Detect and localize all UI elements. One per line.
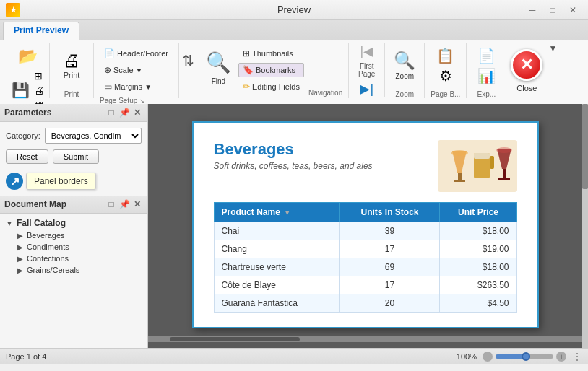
main-area: Parameters □ 📌 ✕ Category: Beverages, Co… <box>0 104 588 348</box>
svg-rect-9 <box>503 169 506 178</box>
editing-fields-icon: ✏ <box>243 82 250 92</box>
svg-point-11 <box>496 147 512 153</box>
print-label: Print <box>64 71 80 79</box>
document-map-header: Document Map □ 📌 ✕ <box>0 196 147 214</box>
category-select[interactable]: Beverages, Condim <box>45 128 142 144</box>
parameters-panel-header: Parameters □ 📌 ✕ <box>0 104 147 122</box>
tree-child-condiments[interactable]: ▶ Condiments <box>14 241 147 253</box>
ribbon-group-exp: 📄 📊 Exp... <box>467 43 506 98</box>
units-stock-3: 69 <box>340 258 440 276</box>
close-button[interactable]: ✕ <box>511 49 542 81</box>
zoom-slider-thumb <box>522 352 530 361</box>
window-title: Preview <box>277 4 311 15</box>
zoom-slider[interactable] <box>496 354 553 359</box>
unit-price-4: $263.50 <box>440 276 516 294</box>
preview-page: Beverages Soft drinks, coffees, teas, be… <box>192 121 539 328</box>
parameter-buttons: Reset Submit <box>6 149 142 164</box>
find-icon[interactable]: 🔍 <box>203 48 234 77</box>
vertical-scrollbar[interactable] <box>582 104 588 348</box>
table-row: Guaraná Fantástica 20 $4.50 <box>214 294 516 313</box>
table-row: Chartreuse verte 69 $18.00 <box>214 258 516 276</box>
product-name-5: Guaraná Fantástica <box>214 294 340 313</box>
page-subtitle: Soft drinks, coffees, teas, beers, and a… <box>214 161 373 171</box>
submit-button[interactable]: Submit <box>53 149 99 164</box>
bookmarks-button[interactable]: 🔖 Bookmarks <box>238 63 304 77</box>
table-row: Chai 39 $18.00 <box>214 222 516 240</box>
tree-child-grains[interactable]: ▶ Grains/Cereals <box>14 264 147 276</box>
doc-map-pin-button[interactable]: □ <box>105 198 117 210</box>
ribbon-content: 📂 💾 ⊞ 🖨 ▦ Doc... 🖨 Print Print 📄 <box>0 40 588 104</box>
small-icon-2[interactable]: 🖨 <box>33 84 45 97</box>
open-icon[interactable]: 📂 <box>16 45 40 68</box>
page-b-icon2[interactable]: ⚙ <box>439 67 452 84</box>
tab-print-preview[interactable]: Print Preview <box>3 22 79 40</box>
svg-rect-3 <box>454 180 465 182</box>
tree-child-beverages[interactable]: ▶ Beverages <box>14 230 147 241</box>
status-menu-icon[interactable]: ⋮ <box>572 351 582 362</box>
ribbon-group-print: 🖨 Print Print <box>50 43 94 98</box>
first-page-group: |◀ First Page ▶| <box>349 43 385 97</box>
parameters-panel-buttons: □ 📌 ✕ <box>105 107 143 118</box>
thumbnails-button[interactable]: ⊞ Thumbnails <box>238 46 304 61</box>
parameters-dock-button[interactable]: 📌 <box>118 107 130 118</box>
next-page-right-icon[interactable]: ▶| <box>360 81 373 97</box>
preview-area: Beverages Soft drinks, coffees, teas, be… <box>148 104 588 348</box>
status-bar: Page 1 of 4 100% − + ⋮ <box>0 348 588 364</box>
exp-icon1[interactable]: 📄 <box>477 47 496 64</box>
status-right: 100% − + ⋮ <box>457 351 582 362</box>
print-button[interactable]: 🖨 Print <box>56 48 87 83</box>
find-label: Find <box>212 77 225 85</box>
ribbon-group-doc: 📂 💾 ⊞ 🖨 ▦ Doc... <box>6 43 50 98</box>
document-map-title: Document Map <box>4 199 66 209</box>
parameters-pin-button[interactable]: □ <box>105 107 117 118</box>
exp-icon2[interactable]: 📊 <box>477 67 496 84</box>
page-b-group-label: Page B... <box>431 87 460 98</box>
page-header-text: Beverages Soft drinks, coffees, teas, be… <box>214 140 373 171</box>
data-table: Product Name ▼ Units In Stock Unit Price… <box>214 202 517 313</box>
ribbon-group-navigation: 🔍 Find ⊞ Thumbnails 🔖 Bookmarks ✏ Editin… <box>197 43 349 98</box>
table-body: Chai 39 $18.00 Chang 17 $19.00 Chartreus… <box>214 222 516 313</box>
margins-button[interactable]: ▭ Margins ▼ <box>100 79 173 94</box>
scale-button[interactable]: ⊕ Scale ▼ <box>100 63 173 77</box>
svg-rect-2 <box>458 173 462 180</box>
first-page-left-icon[interactable]: |◀ <box>360 43 373 59</box>
minimize-button[interactable]: ─ <box>523 3 542 17</box>
header-footer-button[interactable]: 📄 Header/Footer <box>100 46 173 61</box>
ribbon-group-close: ✕ Close <box>506 43 547 98</box>
tree-child-confections[interactable]: ▶ Confections <box>14 253 147 264</box>
document-map-buttons: □ 📌 ✕ <box>105 198 143 210</box>
doc-map-close-button[interactable]: ✕ <box>131 198 143 210</box>
panel-borders-arrow[interactable]: ↗ <box>6 173 23 190</box>
page-arrows-icon[interactable]: ⇅ <box>179 49 197 72</box>
small-icon-1[interactable]: ⊞ <box>33 69 45 82</box>
product-name-4: Côte de Blaye <box>214 276 340 294</box>
page-title: Beverages <box>214 140 373 159</box>
col-unit-price: Unit Price <box>440 203 516 222</box>
page-header: Beverages Soft drinks, coffees, teas, be… <box>214 140 517 192</box>
zoom-plus-button[interactable]: + <box>556 352 566 362</box>
editing-fields-button[interactable]: ✏ Editing Fields <box>238 79 304 94</box>
sort-icon-1: ▼ <box>284 209 290 217</box>
panel-borders-tooltip: Panel borders <box>26 173 96 190</box>
units-stock-1: 39 <box>340 222 440 240</box>
thumbnails-icon: ⊞ <box>243 48 250 58</box>
ribbon-tabs: Print Preview <box>0 20 588 40</box>
close-window-button[interactable]: ✕ <box>563 3 582 17</box>
tree-root-item[interactable]: ▼ Fall Catalog <box>3 217 147 230</box>
parameters-close-button[interactable]: ✕ <box>131 107 143 118</box>
ribbon-scroll-right[interactable]: ▼ <box>547 43 558 53</box>
parameters-title: Parameters <box>4 108 51 118</box>
maximize-button[interactable]: □ <box>543 3 562 17</box>
zoom-icon[interactable]: 🔍 <box>394 51 415 71</box>
save-icon[interactable]: 💾 <box>10 81 31 100</box>
page-b-icon1[interactable]: 📋 <box>436 47 454 64</box>
margins-icon: ▭ <box>104 82 112 92</box>
horizontal-scrollbar[interactable] <box>148 336 582 342</box>
ribbon-group-page-b: 📋 ⚙ Page B... <box>425 43 467 98</box>
first-label: First <box>360 62 373 70</box>
table-row: Côte de Blaye 17 $263.50 <box>214 276 516 294</box>
preview-scroll[interactable]: Beverages Soft drinks, coffees, teas, be… <box>148 104 582 348</box>
reset-button[interactable]: Reset <box>6 149 48 164</box>
zoom-minus-button[interactable]: − <box>483 352 493 362</box>
doc-map-dock-button[interactable]: 📌 <box>118 198 130 210</box>
